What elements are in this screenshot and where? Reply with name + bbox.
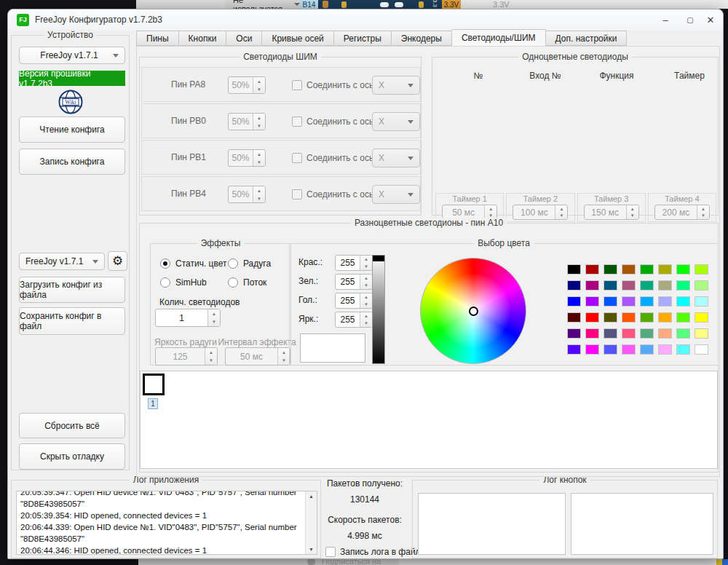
pwm-duty-spinbox[interactable]: 50%▲▼ (228, 113, 266, 130)
scroll-up-icon[interactable]: ▲ (309, 491, 314, 501)
blue-spinbox[interactable]: 255▲▼ (335, 293, 373, 309)
spin-down-icon[interactable]: ▼ (278, 357, 290, 366)
spin-down-icon[interactable]: ▼ (253, 194, 265, 202)
spinner-buttons[interactable]: ▲▼ (360, 256, 372, 270)
palette-swatch[interactable] (567, 344, 581, 355)
led-count-spinbox[interactable]: 1 ▲▼ (155, 309, 221, 327)
spinner-buttons[interactable]: ▲▼ (277, 348, 290, 365)
palette-swatch[interactable] (622, 296, 636, 307)
spinner-buttons[interactable]: ▲▼ (207, 309, 220, 326)
maximize-button[interactable]: ▢ (682, 12, 698, 27)
spin-down-icon[interactable]: ▼ (253, 122, 265, 130)
radio-rainbow[interactable] (228, 258, 238, 269)
color-wheel[interactable] (420, 258, 526, 364)
read-config-button[interactable]: Чтение конфига (19, 116, 125, 143)
scrollbar[interactable]: ▲ ▼ (305, 491, 317, 554)
reset-all-button[interactable]: Сбросить всё (19, 413, 125, 438)
palette-swatch[interactable] (640, 344, 654, 355)
load-config-file-button[interactable]: Загрузить конфиг из файла (19, 277, 125, 303)
button-log-box-2[interactable] (571, 493, 713, 555)
minimize-button[interactable]: – (657, 12, 673, 27)
palette-swatch[interactable] (567, 264, 581, 274)
save-config-file-button[interactable]: Сохранить конфиг в файл (19, 307, 125, 335)
palette-swatch[interactable] (695, 296, 708, 307)
spin-up-icon[interactable]: ▲ (253, 150, 265, 158)
palette-swatch[interactable] (604, 344, 617, 355)
connect-axis-checkbox[interactable] (292, 116, 302, 127)
title-bar[interactable]: FJ FreeJoy Конфигуратор v1.7.2b3 – ▢ ✕ (8, 9, 723, 30)
button-log-box-1[interactable] (418, 493, 566, 555)
radio-static-color[interactable] (160, 258, 170, 269)
palette-swatch[interactable] (640, 328, 654, 339)
palette-swatch[interactable] (640, 264, 654, 274)
spinner-buttons[interactable]: ▲▼ (697, 205, 709, 219)
palette-swatch[interactable] (676, 264, 690, 274)
led-preview-square[interactable] (143, 374, 165, 395)
spin-up-icon[interactable]: ▲ (697, 205, 709, 213)
spin-up-icon[interactable]: ▲ (485, 205, 496, 213)
tab-axis-curves[interactable]: Кривые осей (261, 31, 333, 46)
spinner-buttons[interactable]: ▲▼ (253, 150, 265, 166)
tab-pins[interactable]: Пины (136, 31, 179, 46)
spin-down-icon[interactable]: ▼ (360, 263, 372, 270)
tab-extra-settings[interactable]: Доп. настройки (545, 31, 628, 46)
palette-swatch[interactable] (695, 344, 708, 355)
axis-combo[interactable]: X (372, 76, 420, 95)
device-combo[interactable]: FreeJoy v1.7.1 (19, 47, 125, 64)
palette-swatch[interactable] (567, 328, 581, 339)
spin-down-icon[interactable]: ▼ (208, 318, 220, 327)
spin-down-icon[interactable]: ▼ (697, 213, 709, 220)
spin-up-icon[interactable]: ▲ (278, 348, 290, 357)
spin-up-icon[interactable]: ▲ (627, 205, 638, 213)
palette-swatch[interactable] (585, 264, 599, 274)
spin-down-icon[interactable]: ▼ (253, 85, 265, 93)
rainbow-brightness-spinbox[interactable]: 125 ▲▼ (155, 347, 218, 366)
palette-swatch[interactable] (640, 296, 654, 307)
palette-swatch[interactable] (676, 344, 690, 355)
spin-up-icon[interactable]: ▲ (360, 312, 372, 320)
log-to-file-checkbox[interactable] (325, 547, 336, 557)
spin-up-icon[interactable]: ▲ (205, 348, 217, 357)
spin-up-icon[interactable]: ▲ (360, 293, 372, 301)
connect-axis-checkbox[interactable] (292, 153, 302, 163)
spin-down-icon[interactable]: ▼ (627, 213, 638, 220)
spinner-buttons[interactable]: ▲▼ (253, 77, 265, 93)
spinner-buttons[interactable]: ▲▼ (360, 293, 372, 308)
close-button[interactable]: ✕ (703, 12, 719, 27)
palette-swatch[interactable] (622, 344, 636, 355)
spin-up-icon[interactable]: ▲ (360, 274, 372, 282)
palette-swatch[interactable] (585, 344, 599, 355)
palette-swatch[interactable] (567, 280, 581, 291)
pwm-duty-spinbox[interactable]: 50%▲▼ (228, 149, 266, 167)
palette-swatch[interactable] (604, 280, 617, 291)
palette-swatch[interactable] (658, 312, 672, 323)
palette-swatch[interactable] (585, 312, 599, 323)
palette-swatch[interactable] (585, 328, 599, 339)
red-spinbox[interactable]: 255▲▼ (335, 255, 373, 271)
palette-swatch[interactable] (604, 296, 617, 307)
palette-swatch[interactable] (640, 312, 654, 323)
palette-swatch[interactable] (658, 344, 672, 355)
green-spinbox[interactable]: 255▲▼ (335, 274, 373, 290)
spin-down-icon[interactable]: ▼ (555, 213, 567, 220)
brightness-spinbox[interactable]: 255▲▼ (335, 312, 373, 328)
spin-down-icon[interactable]: ▼ (360, 320, 372, 327)
pwm-duty-spinbox[interactable]: 50%▲▼ (228, 76, 266, 94)
pwm-duty-spinbox[interactable]: 50%▲▼ (228, 186, 266, 203)
palette-swatch[interactable] (604, 328, 617, 339)
scroll-down-icon[interactable]: ▼ (309, 545, 314, 554)
spinner-buttons[interactable]: ▲▼ (253, 114, 265, 130)
axis-combo[interactable]: X (372, 112, 420, 131)
axis-combo[interactable]: X (372, 149, 420, 167)
tab-axes[interactable]: Оси (226, 31, 262, 46)
spinner-buttons[interactable]: ▲▼ (205, 348, 217, 365)
palette-swatch[interactable] (604, 312, 617, 323)
spinner-buttons[interactable]: ▲▼ (555, 205, 567, 219)
palette-swatch[interactable] (567, 296, 581, 307)
palette-swatch[interactable] (676, 280, 690, 291)
spin-up-icon[interactable]: ▲ (253, 186, 265, 194)
radio-flow[interactable] (228, 277, 238, 288)
hide-debug-button[interactable]: Скрыть отладку (19, 443, 125, 470)
palette-swatch[interactable] (622, 264, 636, 274)
palette-swatch[interactable] (622, 328, 636, 339)
